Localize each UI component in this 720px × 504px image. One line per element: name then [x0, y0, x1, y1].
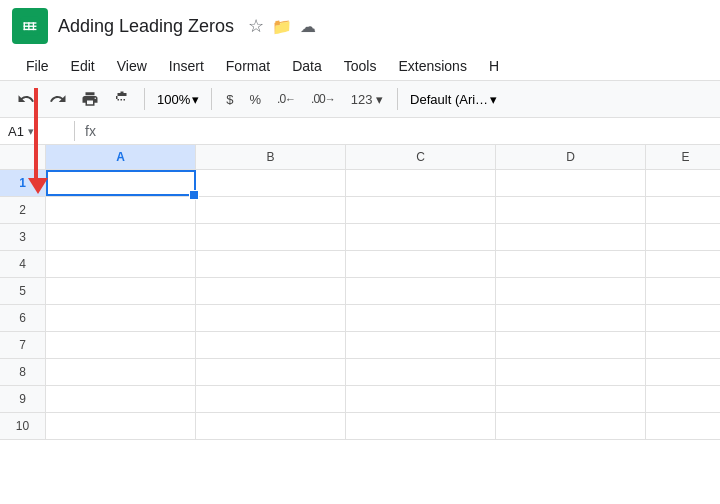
cell-a10[interactable]: [46, 413, 196, 439]
cell-b9[interactable]: [196, 386, 346, 412]
redo-button[interactable]: [44, 85, 72, 113]
cell-c2[interactable]: [346, 197, 496, 223]
cell-e3[interactable]: [646, 224, 720, 250]
col-header-e[interactable]: E: [646, 145, 720, 169]
col-header-b[interactable]: B: [196, 145, 346, 169]
row-num-8[interactable]: 8: [0, 359, 46, 385]
cell-e1[interactable]: [646, 170, 720, 196]
cell-c10[interactable]: [346, 413, 496, 439]
cell-c5[interactable]: [346, 278, 496, 304]
formula-bar: A1 ▾ fx: [0, 118, 720, 145]
cell-e7[interactable]: [646, 332, 720, 358]
print-button[interactable]: [76, 85, 104, 113]
zoom-control[interactable]: 100% ▾: [153, 90, 203, 109]
menu-insert[interactable]: Insert: [159, 54, 214, 78]
format-number-button[interactable]: 123 ▾: [345, 90, 389, 109]
cell-d4[interactable]: [496, 251, 646, 277]
cell-e8[interactable]: [646, 359, 720, 385]
percent-button[interactable]: %: [243, 90, 267, 109]
cloud-icon[interactable]: ☁: [300, 17, 316, 36]
row-num-6[interactable]: 6: [0, 305, 46, 331]
cell-e2[interactable]: [646, 197, 720, 223]
row-num-2[interactable]: 2: [0, 197, 46, 223]
row-num-3[interactable]: 3: [0, 224, 46, 250]
cell-d8[interactable]: [496, 359, 646, 385]
cell-a3[interactable]: [46, 224, 196, 250]
svg-rect-3: [24, 29, 37, 30]
row-num-9[interactable]: 9: [0, 386, 46, 412]
svg-rect-6: [33, 22, 34, 30]
dec-decrease-button[interactable]: .0←: [271, 90, 301, 108]
cell-c9[interactable]: [346, 386, 496, 412]
cell-a2[interactable]: [46, 197, 196, 223]
cell-d1[interactable]: [496, 170, 646, 196]
cell-b4[interactable]: [196, 251, 346, 277]
menu-more[interactable]: H: [479, 54, 509, 78]
menu-format[interactable]: Format: [216, 54, 280, 78]
table-row: 7: [0, 332, 720, 359]
cell-b5[interactable]: [196, 278, 346, 304]
menu-data[interactable]: Data: [282, 54, 332, 78]
cell-c8[interactable]: [346, 359, 496, 385]
cell-b10[interactable]: [196, 413, 346, 439]
svg-rect-1: [24, 22, 37, 23]
table-row: 6: [0, 305, 720, 332]
svg-rect-4: [24, 22, 25, 30]
paint-format-button[interactable]: [108, 85, 136, 113]
cell-e4[interactable]: [646, 251, 720, 277]
menu-file[interactable]: File: [16, 54, 59, 78]
menu-extensions[interactable]: Extensions: [388, 54, 476, 78]
cell-c4[interactable]: [346, 251, 496, 277]
menu-edit[interactable]: Edit: [61, 54, 105, 78]
cell-b7[interactable]: [196, 332, 346, 358]
cell-d7[interactable]: [496, 332, 646, 358]
row-num-10[interactable]: 10: [0, 413, 46, 439]
menu-view[interactable]: View: [107, 54, 157, 78]
toolbar-separator-2: [211, 88, 212, 110]
cell-ref-box: A1 ▾: [8, 124, 68, 139]
folder-icon[interactable]: 📁: [272, 17, 292, 36]
cell-d5[interactable]: [496, 278, 646, 304]
cell-e5[interactable]: [646, 278, 720, 304]
currency-button[interactable]: $: [220, 90, 239, 109]
cell-d9[interactable]: [496, 386, 646, 412]
cell-c1[interactable]: [346, 170, 496, 196]
cell-b3[interactable]: [196, 224, 346, 250]
cell-e6[interactable]: [646, 305, 720, 331]
dec-increase-button[interactable]: .00→: [305, 90, 341, 108]
formula-input[interactable]: [106, 124, 712, 139]
star-icon[interactable]: ☆: [248, 15, 264, 37]
font-selector[interactable]: Default (Ari… ▾: [406, 90, 526, 109]
undo-button[interactable]: [12, 85, 40, 113]
row-num-1[interactable]: 1: [0, 170, 46, 196]
cell-a6[interactable]: [46, 305, 196, 331]
cell-b8[interactable]: [196, 359, 346, 385]
cell-a8[interactable]: [46, 359, 196, 385]
cell-c3[interactable]: [346, 224, 496, 250]
col-header-a[interactable]: A: [46, 145, 196, 169]
cell-d6[interactable]: [496, 305, 646, 331]
menu-tools[interactable]: Tools: [334, 54, 387, 78]
cell-a7[interactable]: [46, 332, 196, 358]
cell-d10[interactable]: [496, 413, 646, 439]
col-header-c[interactable]: C: [346, 145, 496, 169]
row-num-5[interactable]: 5: [0, 278, 46, 304]
cell-a4[interactable]: [46, 251, 196, 277]
row-num-7[interactable]: 7: [0, 332, 46, 358]
cell-b2[interactable]: [196, 197, 346, 223]
cell-d3[interactable]: [496, 224, 646, 250]
cell-b1[interactable]: [196, 170, 346, 196]
cell-a9[interactable]: [46, 386, 196, 412]
row-num-4[interactable]: 4: [0, 251, 46, 277]
cell-a5[interactable]: [46, 278, 196, 304]
cell-d2[interactable]: [496, 197, 646, 223]
col-header-d[interactable]: D: [496, 145, 646, 169]
cell-c7[interactable]: [346, 332, 496, 358]
cell-b6[interactable]: [196, 305, 346, 331]
cell-ref-dropdown-icon[interactable]: ▾: [28, 125, 34, 138]
font-dropdown-icon: ▾: [490, 92, 497, 107]
cell-e10[interactable]: [646, 413, 720, 439]
cell-e9[interactable]: [646, 386, 720, 412]
cell-a1[interactable]: [46, 170, 196, 196]
cell-c6[interactable]: [346, 305, 496, 331]
